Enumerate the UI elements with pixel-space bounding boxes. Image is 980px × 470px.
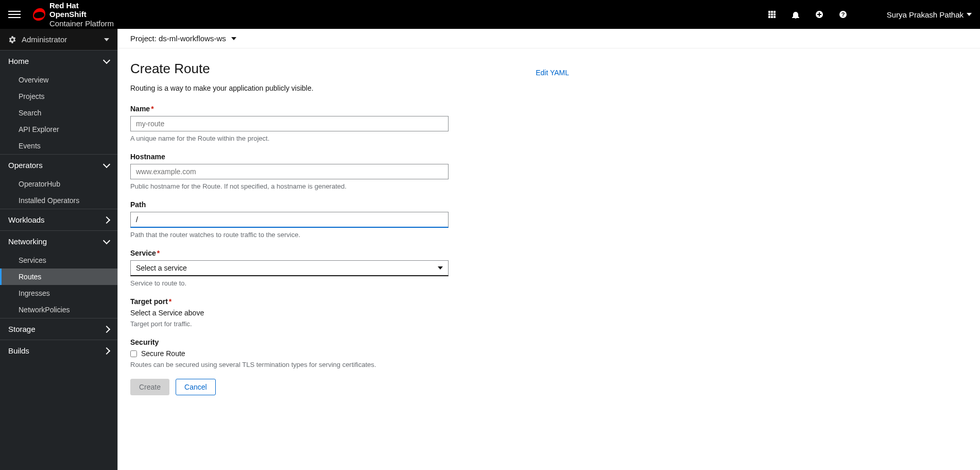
svg-rect-7 bbox=[771, 16, 773, 18]
project-value: ds-ml-workflows-ws bbox=[159, 34, 226, 43]
user-menu[interactable]: Surya Prakash Pathak bbox=[887, 10, 972, 19]
form-group-name: Name* A unique name for the Route within… bbox=[130, 105, 449, 142]
name-input[interactable] bbox=[130, 116, 449, 131]
nav-sub-operators: OperatorHub Installed Operators bbox=[0, 176, 117, 209]
svg-rect-2 bbox=[773, 11, 776, 13]
sidebar-item-installed-operators[interactable]: Installed Operators bbox=[0, 192, 117, 209]
page: Create Route Edit YAML Routing is a way … bbox=[118, 48, 581, 408]
sidebar-item-services[interactable]: Services bbox=[0, 252, 117, 268]
perspective-switcher[interactable]: Administrator bbox=[0, 29, 117, 51]
form-group-hostname: Hostname Public hostname for the Route. … bbox=[130, 153, 449, 190]
edit-yaml-link[interactable]: Edit YAML bbox=[536, 69, 569, 77]
svg-rect-5 bbox=[773, 13, 776, 15]
brand-line3: Container Platform bbox=[49, 19, 114, 28]
caret-down-icon bbox=[104, 38, 109, 41]
form-actions: Create Cancel bbox=[130, 379, 569, 395]
svg-rect-0 bbox=[768, 11, 770, 13]
sidebar-item-search[interactable]: Search bbox=[0, 105, 117, 121]
target-port-help: Target port for traffic. bbox=[130, 320, 449, 328]
redhat-logo-icon bbox=[33, 8, 45, 21]
path-label: Path bbox=[130, 200, 449, 209]
plus-circle-icon[interactable] bbox=[815, 10, 824, 19]
page-title: Create Route bbox=[130, 61, 210, 77]
hostname-input[interactable] bbox=[130, 164, 449, 179]
sidebar-item-projects[interactable]: Projects bbox=[0, 88, 117, 105]
nav-section-label: Storage bbox=[8, 325, 36, 333]
nav-sub-networking: Services Routes Ingresses NetworkPolicie… bbox=[0, 252, 117, 318]
nav-section-storage[interactable]: Storage bbox=[0, 318, 117, 340]
nav-section-label: Builds bbox=[8, 346, 29, 355]
security-label: Security bbox=[130, 338, 449, 346]
svg-rect-3 bbox=[768, 13, 770, 15]
secure-route-checkbox-label: Secure Route bbox=[141, 349, 185, 358]
chevron-down-icon bbox=[103, 57, 110, 64]
nav-section-workloads[interactable]: Workloads bbox=[0, 209, 117, 230]
help-icon[interactable]: ? bbox=[838, 10, 848, 19]
brand-line2: OpenShift bbox=[49, 10, 114, 19]
svg-rect-8 bbox=[773, 16, 776, 18]
nav-toggle[interactable] bbox=[8, 8, 21, 21]
caret-down-icon bbox=[231, 37, 236, 40]
project-label: Project bbox=[130, 34, 159, 43]
brand: Red Hat OpenShift Container Platform bbox=[33, 1, 114, 28]
caret-down-icon bbox=[438, 266, 443, 270]
service-dropdown-value: Select a service bbox=[136, 264, 187, 272]
form-group-target-port: Target port* Select a Service above Targ… bbox=[130, 297, 449, 328]
form-group-security: Security Secure Route Routes can be secu… bbox=[130, 338, 449, 368]
user-name: Surya Prakash Pathak bbox=[887, 10, 964, 19]
name-help: A unique name for the Route within the p… bbox=[130, 135, 449, 142]
hostname-label: Hostname bbox=[130, 153, 449, 161]
cancel-button[interactable]: Cancel bbox=[176, 379, 216, 395]
sidebar-item-operatorhub[interactable]: OperatorHub bbox=[0, 176, 117, 192]
gear-icon bbox=[8, 36, 16, 44]
nav-section-label: Operators bbox=[8, 161, 43, 170]
form-group-service: Service* Select a service Service to rou… bbox=[130, 249, 449, 287]
project-selector[interactable]: Projectds-ml-workflows-ws bbox=[118, 29, 980, 48]
service-help: Service to route to. bbox=[130, 279, 449, 287]
apps-icon[interactable] bbox=[767, 10, 777, 19]
caret-down-icon bbox=[967, 13, 972, 16]
sidebar: Administrator Home Overview Projects Sea… bbox=[0, 29, 117, 470]
nav-section-label: Networking bbox=[8, 237, 47, 246]
svg-rect-6 bbox=[768, 16, 770, 18]
create-button[interactable]: Create bbox=[130, 379, 169, 395]
nav-section-networking[interactable]: Networking bbox=[0, 231, 117, 252]
sidebar-item-events[interactable]: Events bbox=[0, 138, 117, 154]
svg-rect-1 bbox=[771, 11, 773, 13]
brand-text: Red Hat OpenShift Container Platform bbox=[49, 1, 114, 28]
target-port-label: Target port* bbox=[130, 297, 449, 306]
masthead: Red Hat OpenShift Container Platform ? S… bbox=[0, 0, 980, 29]
service-label: Service* bbox=[130, 249, 449, 257]
nav-section-builds[interactable]: Builds bbox=[0, 340, 117, 361]
target-port-value: Select a Service above bbox=[130, 309, 449, 317]
chevron-right-icon bbox=[103, 325, 110, 332]
path-input[interactable] bbox=[130, 212, 449, 228]
page-description: Routing is a way to make your applicatio… bbox=[130, 84, 569, 92]
sidebar-item-api-explorer[interactable]: API Explorer bbox=[0, 121, 117, 138]
name-label: Name* bbox=[130, 105, 449, 113]
nav-section-operators[interactable]: Operators bbox=[0, 155, 117, 176]
content: Projectds-ml-workflows-ws Create Route E… bbox=[117, 29, 980, 470]
nav-sub-home: Overview Projects Search API Explorer Ev… bbox=[0, 72, 117, 154]
chevron-down-icon bbox=[103, 161, 110, 168]
sidebar-item-routes[interactable]: Routes bbox=[0, 268, 117, 285]
perspective-label: Administrator bbox=[22, 35, 67, 44]
form-group-path: Path Path that the router watches to rou… bbox=[130, 200, 449, 239]
chevron-down-icon bbox=[103, 237, 110, 244]
sidebar-item-networkpolicies[interactable]: NetworkPolicies bbox=[0, 301, 117, 318]
nav-section-home[interactable]: Home bbox=[0, 51, 117, 72]
sidebar-item-overview[interactable]: Overview bbox=[0, 72, 117, 88]
security-help: Routes can be secured using several TLS … bbox=[130, 361, 449, 368]
secure-route-checkbox[interactable] bbox=[130, 350, 137, 357]
brand-line1: Red Hat bbox=[49, 1, 114, 10]
sidebar-item-ingresses[interactable]: Ingresses bbox=[0, 285, 117, 301]
chevron-right-icon bbox=[103, 216, 110, 223]
svg-text:?: ? bbox=[841, 11, 845, 18]
nav-section-label: Workloads bbox=[8, 215, 45, 224]
svg-rect-4 bbox=[771, 13, 773, 15]
bell-icon[interactable] bbox=[791, 10, 800, 19]
masthead-toolbar: ? Surya Prakash Pathak bbox=[767, 10, 972, 19]
service-dropdown[interactable]: Select a service bbox=[130, 260, 449, 276]
hostname-help: Public hostname for the Route. If not sp… bbox=[130, 182, 449, 190]
nav-section-label: Home bbox=[8, 57, 29, 65]
